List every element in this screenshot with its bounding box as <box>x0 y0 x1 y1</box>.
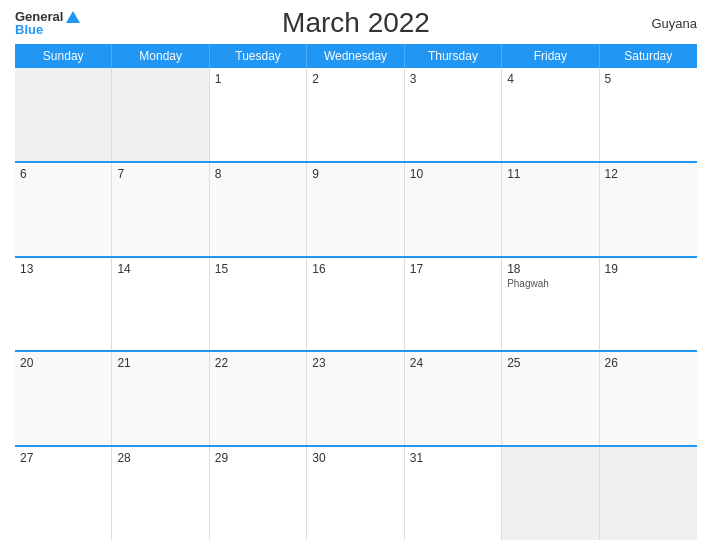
day-number: 15 <box>215 262 301 276</box>
day-cell: 7 <box>112 163 209 256</box>
day-cell: 22 <box>210 352 307 445</box>
day-number: 21 <box>117 356 203 370</box>
day-number: 2 <box>312 72 398 86</box>
day-cell: 10 <box>405 163 502 256</box>
day-number: 25 <box>507 356 593 370</box>
day-number: 5 <box>605 72 692 86</box>
day-number: 16 <box>312 262 398 276</box>
day-cell: 20 <box>15 352 112 445</box>
day-number: 28 <box>117 451 203 465</box>
day-cell: 8 <box>210 163 307 256</box>
day-cell: 6 <box>15 163 112 256</box>
day-number: 19 <box>605 262 692 276</box>
day-number: 10 <box>410 167 496 181</box>
day-number: 17 <box>410 262 496 276</box>
day-header-saturday: Saturday <box>600 44 697 68</box>
week-row-3: 131415161718Phagwah19 <box>15 258 697 353</box>
day-cell: 14 <box>112 258 209 351</box>
day-cell: 18Phagwah <box>502 258 599 351</box>
day-number: 23 <box>312 356 398 370</box>
calendar-header: General Blue March 2022 Guyana <box>15 10 697 36</box>
week-row-4: 20212223242526 <box>15 352 697 447</box>
day-number: 8 <box>215 167 301 181</box>
day-cell: 5 <box>600 68 697 161</box>
calendar-grid: SundayMondayTuesdayWednesdayThursdayFrid… <box>15 44 697 540</box>
day-cell <box>502 447 599 540</box>
day-cell: 1 <box>210 68 307 161</box>
day-cell: 17 <box>405 258 502 351</box>
day-cell: 30 <box>307 447 404 540</box>
day-cell: 25 <box>502 352 599 445</box>
day-number: 1 <box>215 72 301 86</box>
day-cell: 27 <box>15 447 112 540</box>
day-cell: 11 <box>502 163 599 256</box>
logo-blue-text: Blue <box>15 23 43 36</box>
day-header-sunday: Sunday <box>15 44 112 68</box>
day-cell: 21 <box>112 352 209 445</box>
month-title: March 2022 <box>282 7 430 39</box>
day-cell: 9 <box>307 163 404 256</box>
day-cell: 26 <box>600 352 697 445</box>
day-number: 24 <box>410 356 496 370</box>
logo-triangle-icon <box>66 11 80 23</box>
day-number: 29 <box>215 451 301 465</box>
week-row-1: 12345 <box>15 68 697 163</box>
day-cell: 24 <box>405 352 502 445</box>
day-number: 7 <box>117 167 203 181</box>
day-number: 26 <box>605 356 692 370</box>
day-header-monday: Monday <box>112 44 209 68</box>
day-header-thursday: Thursday <box>405 44 502 68</box>
day-cell: 23 <box>307 352 404 445</box>
country-label: Guyana <box>651 16 697 31</box>
day-cell: 19 <box>600 258 697 351</box>
logo: General Blue <box>15 10 80 36</box>
day-header-wednesday: Wednesday <box>307 44 404 68</box>
day-number: 4 <box>507 72 593 86</box>
day-header-tuesday: Tuesday <box>210 44 307 68</box>
event-label: Phagwah <box>507 278 593 289</box>
day-cell: 31 <box>405 447 502 540</box>
day-number: 12 <box>605 167 692 181</box>
day-cell <box>600 447 697 540</box>
day-cell: 2 <box>307 68 404 161</box>
day-number: 31 <box>410 451 496 465</box>
day-number: 22 <box>215 356 301 370</box>
day-cell: 3 <box>405 68 502 161</box>
day-number: 14 <box>117 262 203 276</box>
day-number: 27 <box>20 451 106 465</box>
day-cell <box>15 68 112 161</box>
week-row-2: 6789101112 <box>15 163 697 258</box>
day-number: 20 <box>20 356 106 370</box>
day-header-friday: Friday <box>502 44 599 68</box>
day-cell: 13 <box>15 258 112 351</box>
weeks-container: 123456789101112131415161718Phagwah192021… <box>15 68 697 540</box>
day-number: 9 <box>312 167 398 181</box>
day-number: 13 <box>20 262 106 276</box>
day-number: 30 <box>312 451 398 465</box>
week-row-5: 2728293031 <box>15 447 697 540</box>
day-number: 6 <box>20 167 106 181</box>
day-cell: 4 <box>502 68 599 161</box>
day-number: 3 <box>410 72 496 86</box>
day-number: 11 <box>507 167 593 181</box>
day-cell: 12 <box>600 163 697 256</box>
day-number: 18 <box>507 262 593 276</box>
day-headers-row: SundayMondayTuesdayWednesdayThursdayFrid… <box>15 44 697 68</box>
day-cell: 16 <box>307 258 404 351</box>
day-cell <box>112 68 209 161</box>
day-cell: 15 <box>210 258 307 351</box>
calendar: General Blue March 2022 Guyana SundayMon… <box>0 0 712 550</box>
day-cell: 29 <box>210 447 307 540</box>
day-cell: 28 <box>112 447 209 540</box>
